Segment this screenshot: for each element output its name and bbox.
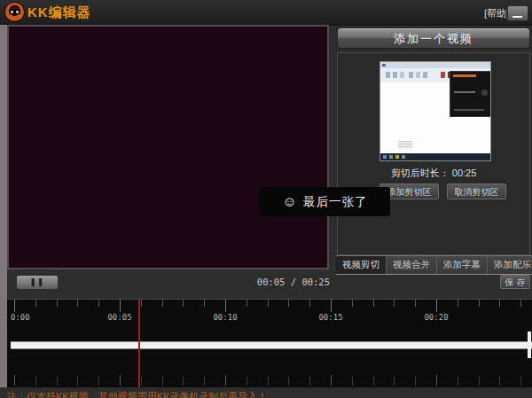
thumb-recorder-popup: [450, 71, 491, 117]
thumb-titlebar: [380, 62, 490, 68]
pause-button[interactable]: ❚❚: [16, 275, 59, 290]
cancel-cut-button[interactable]: 取消剪切区: [447, 183, 506, 199]
tick-label: 00:20: [424, 313, 448, 322]
app-title: KK编辑器: [27, 4, 91, 21]
panel-tabs: 视频剪切 视频合并 添加字幕 添加配乐: [336, 255, 532, 275]
bottom-major-ticks: [14, 375, 532, 386]
thumb-taskbar: [380, 153, 490, 160]
toast: ☺ 最后一张了: [260, 187, 390, 216]
ruler-major-ticks: [14, 300, 532, 312]
left-edge-strip: [0, 25, 7, 387]
help-link[interactable]: [帮助]: [484, 7, 509, 20]
timeline: 0:00 00:05 00:10 00:15 00:20: [7, 299, 532, 387]
duration-value: 00:25: [452, 168, 477, 178]
playhead[interactable]: [138, 300, 140, 387]
duration-label: 剪切后时长：: [391, 168, 450, 178]
tick-label: 00:15: [318, 313, 342, 322]
clip-track[interactable]: [11, 341, 532, 349]
duration-line: 剪切后时长： 00:25: [338, 167, 529, 180]
footer-note: 注：仅支持KK视频，其他视频需用KK录像机录制后再导入！: [7, 390, 267, 398]
smiley-icon: ☺: [283, 195, 297, 209]
tab-video-merge[interactable]: 视频合并: [387, 256, 437, 274]
minimize-icon: [512, 16, 522, 18]
time-display: 00:05 / 00:25: [222, 277, 330, 287]
tick-label: 00:10: [213, 313, 237, 322]
video-thumbnail: [379, 61, 491, 161]
track-end-handle[interactable]: [528, 332, 531, 358]
clip-panel: 剪切后时长： 00:25 添加剪切区 取消剪切区: [337, 52, 530, 255]
tick-label: 0:00: [11, 313, 30, 322]
tab-add-subtitle[interactable]: 添加字幕: [437, 256, 488, 274]
tab-add-music[interactable]: 添加配乐: [488, 256, 532, 274]
tab-video-cut[interactable]: 视频剪切: [336, 256, 387, 274]
save-button[interactable]: 保 存: [500, 275, 530, 289]
tick-label: 00:05: [107, 313, 131, 322]
title-bar: KK编辑器 [帮助]: [0, 0, 532, 26]
thumb-watermark: [398, 141, 412, 149]
toast-message: 最后一张了: [303, 194, 368, 210]
add-video-button[interactable]: 添加一个视频: [337, 27, 530, 49]
app-window: KK编辑器 [帮助] ❚❚ 00:05 / 00:25 ☺ 最后一张了 添加一个…: [0, 0, 532, 398]
app-logo-icon: [5, 3, 24, 21]
pause-icon: ❚❚: [29, 277, 44, 286]
minimize-button[interactable]: [507, 5, 528, 21]
video-preview: [7, 25, 329, 269]
